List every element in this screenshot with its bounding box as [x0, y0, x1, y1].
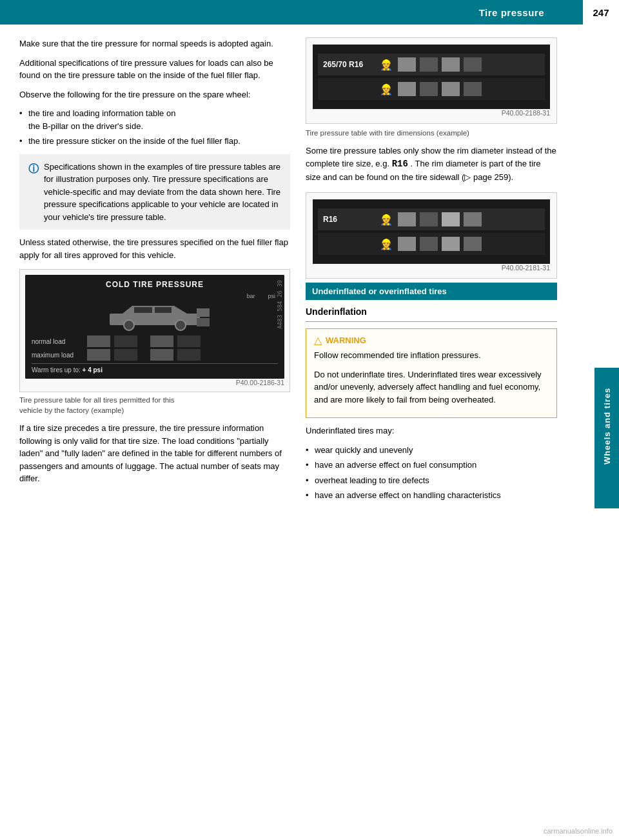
watermark: carmanualsonline.info [544, 827, 613, 835]
info-box: ⓘ Specifications shown in the examples o… [19, 154, 290, 230]
maximum-load-row: maximum load [32, 349, 278, 361]
warning-title: WARNING [326, 335, 366, 345]
r16-cell-7 [442, 237, 460, 251]
r16-cell-3 [442, 212, 460, 226]
tire-cell-4 [464, 57, 482, 72]
cold-tire-inner: COLD TIRE PRESSURE bar psi [25, 275, 284, 379]
cold-tire-diagram: COLD TIRE PRESSURE bar psi [19, 269, 290, 392]
side-tab-indicator [594, 484, 619, 508]
svg-rect-1 [134, 307, 152, 313]
warning-box: △ WARNING Follow recommended tire inflat… [306, 328, 557, 418]
warning-header: △ WARNING [314, 334, 549, 346]
svg-rect-5 [197, 308, 210, 317]
underinflated-label: Underinflated tires may: [306, 425, 557, 437]
tire-label-r16: R16 [323, 215, 375, 224]
r16-cell-2 [420, 212, 438, 226]
bar-label: bar [246, 293, 255, 299]
para2: Additional specifications of tire pressu… [19, 57, 290, 82]
warning-triangle-icon: △ [314, 334, 322, 346]
header-title: Tire pressure [479, 7, 583, 18]
para5: If a tire size precedes a tire pressure,… [19, 422, 290, 485]
bullet-item-1: the tire and loading information table o… [19, 107, 290, 132]
max-load-bar-cell [87, 349, 110, 361]
tire-cell-8 [464, 82, 482, 96]
caption1: Tire pressure table for all tires permit… [19, 395, 290, 415]
underinflated-bullet-4: have an adverse effect on handling chara… [306, 489, 557, 502]
svg-point-3 [124, 320, 134, 330]
tire-cell-2 [420, 57, 438, 72]
bar-psi-header: bar psi [32, 293, 278, 299]
svg-rect-0 [110, 314, 200, 325]
underinflated-bullet-2: have an adverse effect on fuel consumpti… [306, 459, 557, 472]
side-tab-label: Wheels and tires [594, 368, 619, 484]
r16-cell-6 [420, 237, 438, 251]
tire-row-265-sub: — 👷 [318, 78, 545, 100]
tire-cells-r16-bottom: 👷 [380, 237, 483, 251]
maximum-load-label: maximum load [32, 352, 83, 359]
tire-table-diagram2: R16 👷 — 👷 [306, 192, 557, 279]
tire-cells-bottom: 👷 [380, 82, 483, 96]
r16-cell-4 [464, 212, 482, 226]
bullet-item-2: the tire pressure sticker on the inside … [19, 135, 290, 148]
divider [306, 321, 557, 322]
tire-cells-r16-top: 👷 [380, 212, 483, 226]
car-icon-row [32, 301, 278, 332]
psi-label: psi [268, 293, 275, 299]
tire-cell-6 [420, 82, 438, 96]
para1: Make sure that the tire pressure for nor… [19, 37, 290, 50]
tire-cell-5 [398, 82, 416, 96]
normal-load-bar-cell2 [150, 335, 173, 347]
svg-point-4 [175, 320, 186, 330]
page-number: 247 [583, 0, 619, 25]
warm-tires-value: + 4 psi [83, 366, 103, 374]
diagram-ref-r16: P40.00-2181-31 [313, 264, 550, 272]
cold-tire-title: COLD TIRE PRESSURE [32, 280, 278, 289]
left-column: Make sure that the tire pressure for nor… [19, 37, 290, 508]
para3: Observe the following for the tire press… [19, 88, 290, 101]
normal-load-label: normal load [32, 338, 83, 345]
max-load-psi-cell [114, 349, 137, 361]
subheader-underinflation: Underinflation [306, 305, 557, 319]
r16-cell-8 [464, 237, 482, 251]
warm-tires-label: Warm tires up to: [32, 366, 81, 374]
section-header-underinflated: Underinflated or overinflated tires [306, 283, 557, 300]
r16-cell-1 [398, 212, 416, 226]
warning-line2: Do not underinflate tires. Underinflated… [314, 368, 549, 406]
diagram-ref1: P40.00-2186-31 [25, 379, 284, 386]
svg-rect-6 [197, 318, 210, 326]
tire-cell-3 [442, 57, 460, 72]
underinflated-bullet-3: overheat leading to tire defects [306, 474, 557, 487]
normal-load-psi-cell [114, 335, 137, 347]
warning-line1: Follow recommended tire inflation pressu… [314, 349, 549, 362]
underinflated-bullet-1: wear quickly and unevenly [306, 444, 557, 457]
right-column: 265/70 R16 👷 — 👷 [306, 37, 557, 508]
diagram-ref-265: P40.00-2188-31 [313, 109, 550, 117]
underinflated-bullet-list: wear quickly and unevenly have an advers… [306, 444, 557, 502]
r16-cell-5 [398, 237, 416, 251]
tire-cell-1 [398, 57, 416, 72]
tire-table-diagram1: 265/70 R16 👷 — 👷 [306, 37, 557, 124]
svg-rect-2 [155, 307, 172, 313]
tire-label-265: 265/70 R16 [323, 60, 375, 69]
warm-tires-row: Warm tires up to: + 4 psi [32, 363, 278, 374]
diagram1-caption: Tire pressure table with tire dimensions… [306, 128, 557, 138]
tire-cells-top: 👷 [380, 57, 483, 72]
tire-cell-7 [442, 82, 460, 96]
tire-row-265: 265/70 R16 👷 [318, 54, 545, 75]
car-svg [97, 301, 213, 332]
tire-row-r16: R16 👷 [318, 208, 545, 230]
right-para1: Some tire pressure tables only show the … [306, 145, 557, 183]
normal-load-row: normal load [32, 335, 278, 347]
max-load-psi-cell2 [177, 349, 201, 361]
max-load-bar-cell2 [150, 349, 173, 361]
main-content: Make sure that the tire pressure for nor… [0, 25, 619, 521]
normal-load-psi-cell2 [177, 335, 201, 347]
header-bar: Tire pressure 247 [0, 0, 619, 25]
info-text: Specifications shown in the examples of … [44, 161, 281, 224]
para4: Unless stated otherwise, the tire pressu… [19, 236, 290, 261]
normal-load-bar-cell [87, 335, 110, 347]
tire-row-r16-sub: — 👷 [318, 233, 545, 255]
side-label: A483 584 26 39 [277, 280, 283, 329]
info-icon: ⓘ [28, 161, 39, 224]
r16-bold: R16 [392, 159, 408, 169]
